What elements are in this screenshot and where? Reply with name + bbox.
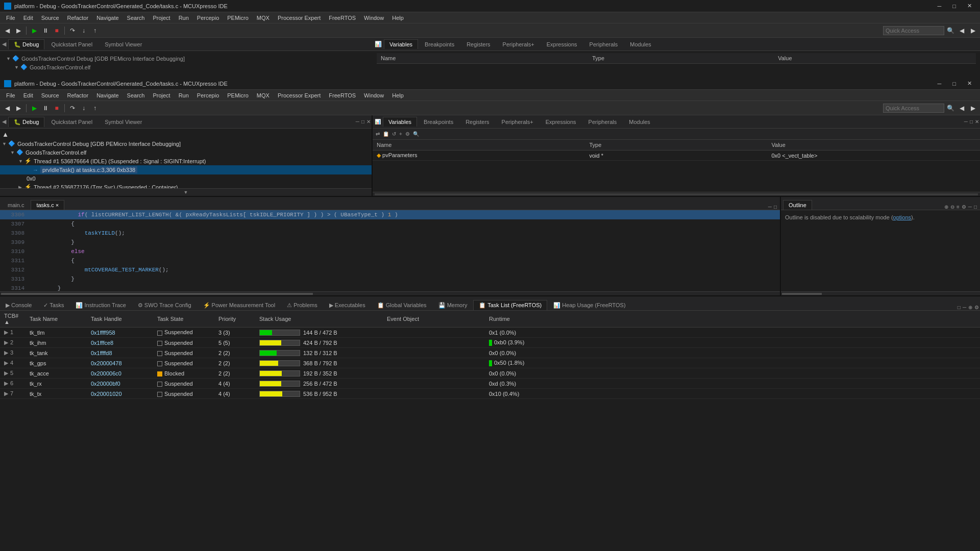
toolbar-step-into-2[interactable]: ↓	[79, 103, 89, 113]
col-event-object[interactable]: Event Object	[383, 311, 485, 328]
tab-breakpoints-bg[interactable]: Breakpoints	[419, 39, 460, 49]
menu-run-1[interactable]: Run	[175, 14, 193, 22]
quick-access-input-2[interactable]	[883, 104, 944, 113]
task-row-3[interactable]: ▶3 tk_tank 0x1ffffd8 Suspended 2 (2) 132…	[0, 348, 980, 358]
debug-panel-chevron[interactable]: ◀	[0, 118, 8, 125]
var-btn-3[interactable]: ↺	[391, 131, 397, 137]
tree-item-gdb[interactable]: ▼ 🔷 GoodsTrackerControl Debug [GDB PEMic…	[0, 139, 372, 148]
toolbar-step-out-1[interactable]: ↑	[90, 26, 100, 36]
task-row-7[interactable]: ▶7 tk_tx 0x20001020 Suspended 4 (4) 536 …	[0, 389, 980, 399]
bottom-panel-btn-3[interactable]: ⊕	[967, 305, 973, 310]
toolbar-back-2[interactable]: ◀	[2, 103, 12, 113]
col-priority[interactable]: Priority	[214, 311, 255, 328]
toolbar-next-1[interactable]: ▶	[968, 26, 978, 36]
menu-pe-2[interactable]: Processor Expert	[274, 91, 325, 99]
menu-mqx-2[interactable]: MQX	[253, 91, 274, 99]
debug-maximize[interactable]: □	[360, 119, 365, 124]
task-row-5[interactable]: ▶5 tk_acce 0x200006c0 Blocked 2 (2) 192 …	[0, 368, 980, 379]
toolbar-step-into-1[interactable]: ↓	[79, 26, 89, 36]
tree-scroll-up[interactable]: ▲	[2, 131, 9, 138]
menu-search-2[interactable]: Search	[123, 91, 149, 99]
task-row-2[interactable]: ▶2 tk_ihm 0x1fffce8 Suspended 5 (5) 424 …	[0, 338, 980, 348]
menu-pemicro-1[interactable]: PEMicro	[223, 14, 253, 22]
toolbar-prev-2[interactable]: ◀	[957, 103, 967, 113]
tree-item-bg2[interactable]: ▼ 🔷 GoodsTrackerControl.elf	[4, 63, 369, 71]
tree-item-elf[interactable]: ▼ 🔷 GoodsTrackerControl.elf	[0, 148, 372, 157]
minimize-btn-2[interactable]: ─	[934, 81, 946, 87]
vars-minimize[interactable]: ─	[963, 119, 969, 124]
toolbar-run-2[interactable]: ▶	[29, 103, 39, 113]
toolbar-step-over-1[interactable]: ↷	[67, 26, 78, 36]
col-stack-usage[interactable]: Stack Usage	[255, 311, 383, 328]
close-btn-1[interactable]: ✕	[963, 3, 976, 9]
tree-item-thread1[interactable]: ▼ ⚡ Thread #1 536876664 (IDLE) (Suspende…	[0, 157, 372, 165]
var-btn-1[interactable]: ⇄	[375, 131, 381, 137]
toolbar-back-btn-1[interactable]: ◀	[2, 26, 12, 36]
menu-run-2[interactable]: Run	[175, 91, 193, 99]
bottom-panel-btn-2[interactable]: ─	[962, 305, 967, 310]
tab-executables[interactable]: ▶ Executables	[324, 300, 371, 310]
col-runtime[interactable]: Runtime	[485, 311, 980, 328]
tab-quickstart-bg[interactable]: Quickstart Panel	[45, 39, 98, 49]
var-btn-4[interactable]: +	[398, 131, 403, 137]
toolbar-pause-btn-1[interactable]: ⏸	[40, 26, 51, 36]
tab-tasks-c[interactable]: tasks.c ×	[31, 200, 64, 210]
close-btn-2[interactable]: ✕	[963, 80, 976, 87]
menu-window-1[interactable]: Window	[360, 14, 388, 22]
tab-power[interactable]: ⚡ Power Measurement Tool	[198, 300, 281, 310]
tab-debug-2[interactable]: 🐛 Debug	[8, 117, 44, 127]
minimize-btn-1[interactable]: ─	[934, 3, 946, 9]
menu-search-1[interactable]: Search	[123, 14, 149, 22]
var-btn-5[interactable]: ⚙	[404, 131, 411, 137]
toolbar-run-btn-1[interactable]: ▶	[29, 26, 39, 36]
code-line-3310[interactable]: 3310 else	[0, 247, 780, 256]
code-line-3311[interactable]: 3311 {	[0, 256, 780, 265]
toolbar-prev-1[interactable]: ◀	[957, 26, 967, 36]
maximize-btn-1[interactable]: □	[948, 3, 960, 9]
outline-btn-2[interactable]: ⊖	[949, 204, 955, 210]
tab-memory[interactable]: 💾 Memory	[433, 300, 473, 310]
vars-maximize[interactable]: □	[969, 119, 974, 124]
var-btn-6[interactable]: 🔍	[412, 131, 420, 137]
task-row-1[interactable]: ▶1 tk_tlm 0x1ffff958 Suspended 3 (3) 144…	[0, 328, 980, 338]
tab-debug-bg[interactable]: 🐛 Debug	[8, 39, 44, 49]
tab-variables-bg[interactable]: Variables	[384, 39, 418, 49]
menu-edit-1[interactable]: Edit	[19, 14, 37, 22]
toolbar-step-over-2[interactable]: ↷	[67, 103, 78, 113]
outline-btn-4[interactable]: ⚙	[961, 204, 967, 210]
menu-window-2[interactable]: Window	[360, 91, 388, 99]
code-line-3309[interactable]: 3309 }	[0, 238, 780, 247]
tab-heap-usage[interactable]: 📊 Heap Usage (FreeRTOS)	[548, 300, 631, 310]
menu-percepio-1[interactable]: Percepio	[193, 14, 223, 22]
toolbar-stop-btn-1[interactable]: ■	[52, 26, 62, 36]
menu-source-2[interactable]: Source	[37, 91, 63, 99]
menu-pe-1[interactable]: Processor Expert	[274, 14, 325, 22]
code-line-3308[interactable]: 3308 taskYIELD();	[0, 229, 780, 238]
code-line-3312[interactable]: 3312 mtCOVERAGE_TEST_MARKER();	[0, 265, 780, 274]
toolbar-fwd-2[interactable]: ▶	[13, 103, 23, 113]
outline-maximize[interactable]: □	[973, 204, 978, 210]
menu-file-2[interactable]: File	[2, 91, 19, 99]
tab-peripherals-plus-2[interactable]: Peripherals+	[496, 117, 539, 127]
tab-global-vars[interactable]: 📋 Global Variables	[372, 300, 432, 310]
tab-outline[interactable]: Outline	[783, 200, 812, 210]
debug-close[interactable]: ✕	[365, 119, 372, 124]
var-btn-2[interactable]: 📋	[382, 131, 390, 137]
tab-variables-2[interactable]: Variables	[383, 117, 417, 127]
tree-item-root[interactable]: ▲	[0, 130, 372, 139]
tab-breakpoints-2[interactable]: Breakpoints	[418, 117, 459, 127]
tab-task-list[interactable]: 📋 Task List (FreeRTOS)	[473, 300, 547, 310]
tab-peripherals-plus-bg[interactable]: Peripherals+	[497, 39, 540, 49]
tab-modules-bg[interactable]: Modules	[624, 39, 657, 49]
tab-quickstart-2[interactable]: Quickstart Panel	[45, 117, 98, 127]
toolbar-pause-2[interactable]: ⏸	[40, 103, 51, 113]
tab-instruction-trace[interactable]: 📊 Instruction Trace	[70, 300, 131, 310]
menu-navigate-2[interactable]: Navigate	[92, 91, 122, 99]
task-row-4[interactable]: ▶4 tk_gps 0x20000478 Suspended 2 (2) 368…	[0, 358, 980, 368]
tab-expressions-bg[interactable]: Expressions	[541, 39, 583, 49]
menu-freertos-1[interactable]: FreeRTOS	[325, 14, 360, 22]
tab-swo-trace[interactable]: ⚙ SWO Trace Config	[132, 300, 197, 310]
tree-item-0x0[interactable]: 0x0	[0, 174, 372, 183]
menu-project-2[interactable]: Project	[149, 91, 174, 99]
outline-options-link[interactable]: options	[893, 214, 911, 220]
